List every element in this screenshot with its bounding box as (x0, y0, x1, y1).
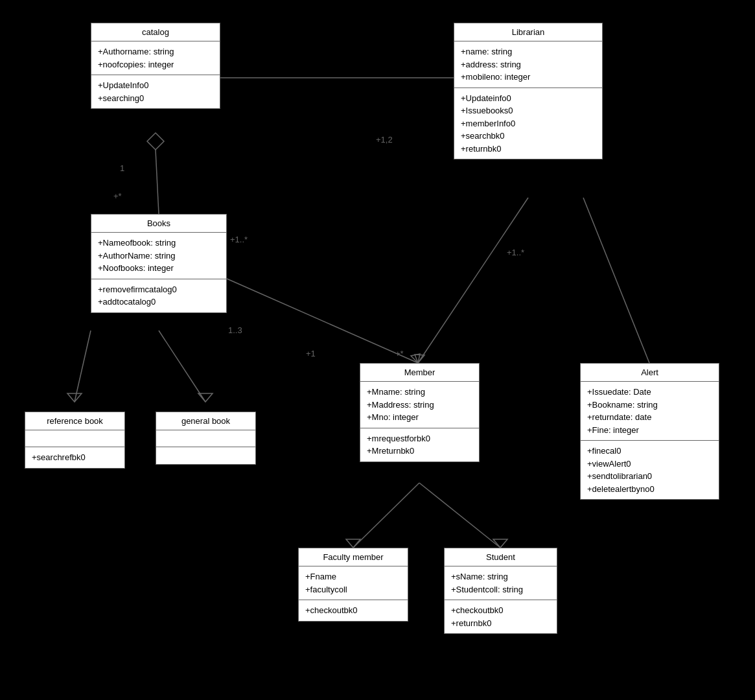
books-title: Books (91, 215, 226, 233)
student-title: Student (445, 548, 557, 566)
reference-book-empty (25, 430, 124, 447)
librarian-title: Librarian (454, 23, 602, 41)
librarian-methods: +Updateinfo0 +Issuebooks0 +memberInfo0 +… (454, 88, 602, 159)
class-member: Member +Mname: string +Maddress: string … (360, 363, 480, 462)
svg-line-3 (227, 279, 418, 363)
label-multiplicity-plusstar: +* (395, 349, 404, 358)
alert-title: Alert (581, 364, 719, 382)
svg-marker-9 (198, 393, 213, 402)
svg-marker-14 (411, 354, 420, 363)
svg-line-12 (419, 483, 500, 548)
label-multiplicity-star: +* (113, 191, 122, 201)
general-book-empty2 (156, 447, 255, 464)
svg-line-1 (156, 150, 159, 214)
librarian-attributes: +name: string +address: string +mobileno… (454, 41, 602, 88)
class-catalog: catalog +Authorname: string +noofcopies:… (91, 23, 220, 109)
class-librarian: Librarian +name: string +address: string… (454, 23, 603, 159)
label-multiplicity-1: 1 (120, 163, 124, 173)
label-multiplicity-1star: +1..* (230, 235, 248, 244)
svg-marker-0 (147, 133, 164, 150)
member-title: Member (360, 364, 479, 382)
alert-methods: +finecal0 +viewAlert0 +sendtolibrarian0 … (581, 441, 719, 499)
books-methods: +removefirmcatalog0 +addtocatalog0 (91, 279, 226, 312)
reference-book-title: reference book (25, 412, 124, 430)
faculty-member-attributes: +Fname +facultycoll (299, 566, 408, 600)
member-attributes: +Mname: string +Maddress: string +Mno: i… (360, 382, 479, 428)
svg-line-6 (75, 331, 91, 402)
label-multiplicity-12: +1,2 (376, 135, 393, 145)
catalog-attributes: +Authorname: string +noofcopies: integer (91, 41, 220, 75)
svg-line-4 (418, 198, 528, 363)
faculty-member-title: Faculty member (299, 548, 408, 566)
label-multiplicity-1star2: +1..* (507, 248, 524, 257)
svg-marker-15 (415, 355, 424, 363)
svg-line-5 (583, 198, 649, 363)
class-alert: Alert +Issuedate: Date +Bookname: string… (580, 363, 719, 500)
member-methods: +mrequestforbk0 +Mreturnbk0 (360, 428, 479, 461)
diagram-container: 1 +* +1..* +1,2 +1..* 1..3 +1 +* catalog… (0, 0, 755, 700)
class-books: Books +Nameofbook: string +AuthorName: s… (91, 214, 227, 313)
student-methods: +checkoutbk0 +returnbk0 (445, 600, 557, 633)
books-attributes: +Nameofbook: string +AuthorName: string … (91, 233, 226, 279)
student-attributes: +sName: string +Studentcoll: string (445, 566, 557, 600)
catalog-methods: +UpdateInfo0 +searching0 (91, 75, 220, 108)
class-faculty-member: Faculty member +Fname +facultycoll +chec… (298, 548, 408, 622)
catalog-title: catalog (91, 23, 220, 41)
general-book-empty1 (156, 430, 255, 447)
svg-marker-11 (346, 539, 360, 548)
alert-attributes: +Issuedate: Date +Bookname: string +retu… (581, 382, 719, 441)
class-reference-book: reference book +searchrefbk0 (25, 412, 125, 469)
label-multiplicity-13: 1..3 (228, 325, 242, 335)
class-student: Student +sName: string +Studentcoll: str… (444, 548, 557, 634)
class-general-book: general book (156, 412, 256, 465)
reference-book-methods: +searchrefbk0 (25, 447, 124, 468)
faculty-member-methods: +checkoutbk0 (299, 600, 408, 621)
general-book-title: general book (156, 412, 255, 430)
svg-marker-7 (67, 393, 82, 402)
label-multiplicity-plus1: +1 (306, 349, 316, 358)
svg-line-10 (353, 483, 419, 548)
svg-marker-13 (493, 539, 507, 548)
svg-line-8 (159, 331, 205, 402)
